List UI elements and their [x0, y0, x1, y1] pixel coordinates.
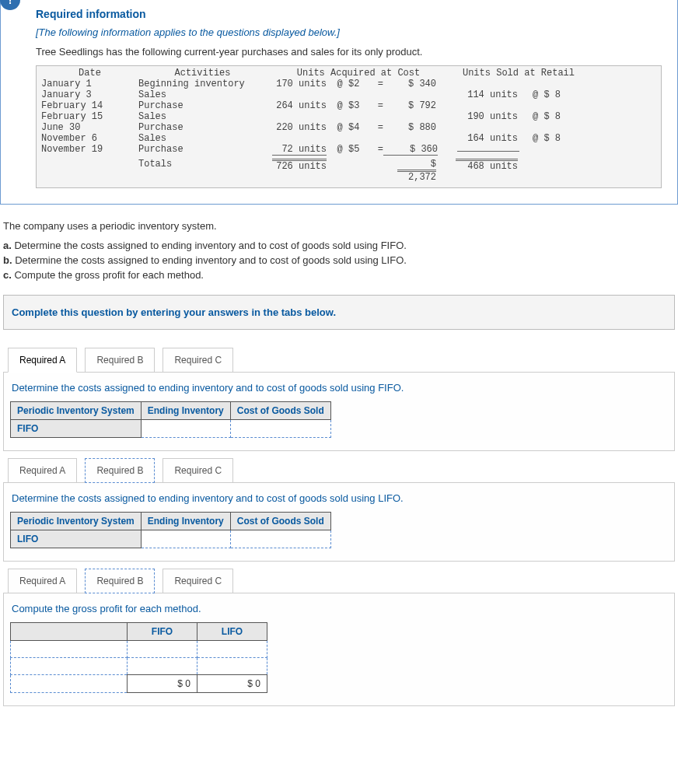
gp-row1-label-input[interactable] — [11, 641, 128, 658]
tab-required-c[interactable]: Required C — [163, 569, 233, 593]
table-row: November 19 Purchase 72 units @ $5 = $ 3… — [41, 144, 656, 156]
col-periodic: Periodic Inventory System — [11, 402, 142, 420]
gp-row3-lifo-value: $ 0 — [197, 675, 267, 693]
col-ending-inv: Ending Inventory — [141, 402, 230, 420]
table-row: February 14 Purchase 264 units @ $3 = $ … — [41, 100, 656, 111]
col-periodic: Periodic Inventory System — [11, 513, 142, 530]
col-fifo: FIFO — [128, 623, 197, 641]
info-badge-icon: ! — [0, 0, 20, 10]
gp-row3-fifo-value: $ 0 — [128, 675, 197, 693]
table-row: January 1 Beginning inventory 170 units … — [41, 79, 656, 89]
tab-required-b[interactable]: Required B — [85, 569, 155, 593]
fifo-ending-inventory-input[interactable] — [141, 420, 230, 438]
tab-required-a[interactable]: Required A — [8, 458, 77, 483]
gp-row3-label-input[interactable] — [11, 675, 128, 693]
col-cogs: Cost of Goods Sold — [230, 402, 330, 420]
req-c: c. Compute the gross profit for each met… — [3, 269, 675, 284]
fifo-cogs-input[interactable] — [230, 420, 330, 438]
row-lifo-label: LIFO — [11, 530, 142, 548]
lifo-cogs-input[interactable] — [230, 530, 330, 548]
tabs-b: Required A Required B Required C — [3, 457, 675, 483]
periodic-note: The company uses a periodic inventory sy… — [3, 215, 675, 235]
required-info-title: Required information — [36, 8, 662, 20]
lifo-ending-inventory-input[interactable] — [141, 530, 230, 548]
col-acquired: Units Acquired at Cost — [267, 68, 450, 79]
gross-profit-table: FIFO LIFO $ 0 $ 0 — [10, 622, 267, 693]
lifo-table: Periodic Inventory System Ending Invento… — [10, 512, 331, 548]
col-sold: Units Sold at Retail — [450, 68, 575, 79]
tab-required-c[interactable]: Required C — [163, 458, 233, 483]
col-date: Date — [41, 68, 138, 79]
tabs-c: Required A Required B Required C — [3, 568, 675, 593]
applies-note: [The following information applies to th… — [36, 26, 662, 38]
req-b: b. Determine the costs assigned to endin… — [3, 254, 675, 269]
col-activities: Activities — [138, 68, 267, 79]
gp-row1-fifo-input[interactable] — [128, 641, 197, 658]
totals-row: Totals 726 units $ 2,372 468 units — [41, 159, 656, 183]
section-b-instr: Determine the costs assigned to ending i… — [10, 492, 668, 504]
fifo-table: Periodic Inventory System Ending Invento… — [10, 401, 331, 438]
tab-required-a[interactable]: Required A — [8, 348, 77, 373]
section-c-instr: Compute the gross profit for each method… — [10, 603, 668, 614]
table-row: November 6 Sales 164 units @ $ 8 — [41, 133, 656, 144]
gp-row1-lifo-input[interactable] — [197, 641, 267, 658]
table-row: February 15 Sales 190 units @ $ 8 — [41, 111, 656, 122]
tab-required-c[interactable]: Required C — [163, 348, 233, 373]
tab-required-b[interactable]: Required B — [85, 348, 155, 373]
section-a-instr: Determine the costs assigned to ending i… — [10, 382, 668, 394]
complete-instruction: Complete this question by entering your … — [3, 295, 675, 330]
req-a: a. Determine the costs assigned to endin… — [3, 235, 675, 254]
col-lifo: LIFO — [197, 623, 267, 641]
table-row: June 30 Purchase 220 units @ $4 = $ 880 — [41, 122, 656, 133]
gp-row2-lifo-input[interactable] — [197, 658, 267, 675]
intro-text: Tree Seedlings has the following current… — [36, 46, 662, 58]
table-row: January 3 Sales 114 units @ $ 8 — [41, 89, 656, 100]
gp-row2-label-input[interactable] — [11, 658, 128, 675]
tab-required-a[interactable]: Required A — [8, 569, 77, 593]
tabs-a: Required A Required B Required C — [3, 347, 675, 373]
data-table: Date Activities Units Acquired at Cost U… — [36, 65, 662, 188]
col-ending-inv: Ending Inventory — [141, 513, 230, 530]
gp-row2-fifo-input[interactable] — [128, 658, 197, 675]
col-cogs: Cost of Goods Sold — [230, 513, 330, 530]
tab-required-b[interactable]: Required B — [85, 458, 155, 483]
row-fifo-label: FIFO — [11, 420, 142, 438]
